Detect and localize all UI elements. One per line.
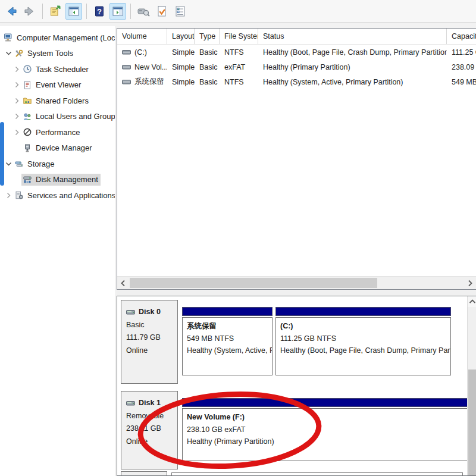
device-manager-icon	[23, 143, 33, 153]
column-header-file-system[interactable]: File System	[220, 29, 258, 44]
tree-item-task-scheduler[interactable]: Task Scheduler	[0, 61, 115, 77]
volume-list-body: (C:)SimpleBasicNTFSHealthy (Boot, Page F…	[117, 45, 476, 89]
partition-status: Healthy (Primary Partition)	[187, 436, 464, 448]
horizontal-scroll-thumb[interactable]	[130, 278, 377, 288]
chevron-right-icon[interactable]	[12, 82, 21, 88]
tree-item-disk-management[interactable]: Disk Management	[0, 172, 115, 188]
console-tree: Computer Management (Local)System ToolsT…	[0, 26, 115, 203]
horizontal-scrollbar[interactable]	[117, 276, 476, 289]
chevron-right-icon[interactable]	[12, 113, 21, 120]
tree-item-content[interactable]: Performance	[21, 126, 82, 138]
partition-new-volume-f[interactable]: New Volume (F:)238.10 GB exFATHealthy (P…	[182, 398, 468, 461]
scroll-left-button[interactable]	[117, 277, 129, 289]
partition-系统保留[interactable]: 系统保留549 MB NTFSHealthy (System, Active, …	[182, 307, 273, 375]
tree-item-computer-management-local[interactable]: Computer Management (Local)	[0, 30, 115, 46]
column-header-layout[interactable]: Layout	[167, 29, 195, 44]
tree-item-content[interactable]: Services and Applications	[13, 189, 115, 201]
tree-scroll-indicator	[0, 122, 4, 186]
column-header-status[interactable]: Status	[258, 29, 447, 44]
task-scheduler-icon	[23, 64, 33, 74]
tree-item-content[interactable]: Computer Management (Local)	[2, 32, 115, 43]
tree-item-content[interactable]: Disk Management	[21, 174, 101, 186]
disk-label-disk-1[interactable]: Disk 1Removable238.11 GBOnline	[121, 391, 178, 469]
tree-item-content[interactable]: Storage	[13, 158, 57, 170]
chevron-right-icon[interactable]	[12, 66, 21, 73]
scroll-right-button[interactable]	[464, 277, 476, 289]
volume-icon	[122, 48, 131, 57]
help-button[interactable]: ?	[91, 3, 108, 20]
help-icon: ?	[92, 4, 107, 18]
chevron-right-icon[interactable]	[12, 129, 21, 136]
drive-icon	[126, 308, 136, 317]
tree-item-local-users-and-groups[interactable]: Local Users and Groups	[0, 109, 115, 125]
partition-title: (C:)	[280, 320, 446, 333]
tree-item-content[interactable]: Local Users and Groups	[21, 111, 115, 123]
disk-name: Disk 0	[126, 306, 174, 319]
tree-item-content[interactable]: Task Scheduler	[21, 63, 91, 75]
partition-c[interactable]: (C:)111.25 GB NTFSHealthy (Boot, Page Fi…	[275, 307, 451, 375]
partition-color-bar	[182, 307, 273, 316]
check-document-button[interactable]	[154, 3, 170, 20]
partition-info[interactable]: New Volume (F:)238.10 GB exFATHealthy (P…	[182, 408, 468, 461]
partition-title: 系统保留	[187, 320, 268, 333]
tree-item-system-tools[interactable]: System Tools	[0, 46, 115, 62]
cell-capacity: 238.09 GB	[447, 63, 476, 71]
tree-item-label: Local Users and Groups	[36, 112, 115, 121]
cell-capacity: 111.25 GB	[447, 48, 476, 57]
tree-item-storage[interactable]: Storage	[0, 156, 115, 172]
volume-row-系统保留[interactable]: 系统保留SimpleBasicNTFSHealthy (System, Acti…	[117, 74, 476, 89]
disk-view-button[interactable]	[135, 3, 152, 20]
forward-arrow-button[interactable]	[21, 3, 38, 20]
cell-file_system: NTFS	[220, 78, 258, 86]
partition-info[interactable]: (C:)111.25 GB NTFSHealthy (Boot, Page Fi…	[275, 317, 451, 375]
chevron-right-icon[interactable]	[4, 192, 13, 199]
cell-layout: Simple	[167, 63, 195, 71]
volume-row-new-vol[interactable]: New Vol...SimpleBasicexFATHealthy (Prima…	[117, 60, 476, 74]
chevron-right-icon[interactable]	[12, 98, 21, 104]
disk-label-disk-0[interactable]: Disk 0Basic111.79 GBOnline	[121, 300, 178, 384]
column-header-type[interactable]: Type	[195, 29, 220, 44]
chevron-down-icon[interactable]	[4, 50, 13, 57]
partition-color-bar	[182, 398, 468, 407]
cell-layout: Simple	[167, 78, 195, 86]
partition-status: Healthy (System, Active, Primary Partiti…	[187, 345, 268, 357]
tree-item-content[interactable]: Event Viewer	[21, 79, 83, 91]
column-header-capacity[interactable]: Capacity	[447, 29, 476, 44]
back-arrow-button[interactable]	[3, 3, 20, 20]
tree-item-label: Device Manager	[36, 143, 92, 152]
pane-splitter[interactable]	[117, 290, 476, 296]
export-list-button[interactable]	[47, 3, 64, 20]
tree-item-content[interactable]: System Tools	[13, 48, 76, 60]
partition-info[interactable]: 系统保留549 MB NTFSHealthy (System, Active, …	[182, 317, 273, 375]
tree-item-device-manager[interactable]: Device Manager	[0, 140, 115, 156]
disk-management-icon	[23, 175, 33, 184]
volume-row-c[interactable]: (C:)SimpleBasicNTFSHealthy (Boot, Page F…	[117, 45, 476, 60]
tree-item-shared-folders[interactable]: Shared Folders	[0, 93, 115, 109]
show-console-tree-button[interactable]	[65, 3, 82, 20]
cell-volume: 系统保留	[117, 77, 167, 87]
show-console-tree-icon	[67, 4, 81, 18]
chevron-down-icon[interactable]	[4, 161, 13, 167]
column-header-volume[interactable]: Volume	[117, 29, 167, 44]
show-action-pane-button[interactable]	[109, 3, 126, 20]
tree-item-event-viewer[interactable]: Event Viewer	[0, 77, 115, 93]
properties-list-button[interactable]	[172, 3, 189, 20]
tree-item-label: Event Viewer	[36, 80, 81, 89]
console-tree-panel: Computer Management (Local)System ToolsT…	[0, 26, 115, 476]
chevron-up-icon	[469, 299, 476, 304]
tree-item-label: Disk Management	[36, 175, 98, 184]
vertical-scroll-thumb[interactable]	[468, 369, 476, 476]
vertical-scrollbar[interactable]	[467, 296, 476, 475]
scroll-up-button[interactable]	[468, 296, 476, 307]
disk-kind: Basic	[126, 319, 174, 332]
tree-item-content[interactable]: Shared Folders	[21, 95, 91, 107]
tree-item-label: Services and Applications	[27, 191, 115, 200]
cell-file_system: exFAT	[220, 63, 258, 71]
tree-item-content[interactable]: Device Manager	[21, 142, 95, 154]
services-icon	[14, 190, 24, 200]
tree-item-label: Storage	[27, 159, 55, 168]
tree-item-performance[interactable]: Performance	[0, 124, 115, 140]
storage-icon	[14, 159, 24, 168]
tree-item-label: Shared Folders	[36, 96, 89, 105]
tree-item-services-and-applications[interactable]: Services and Applications	[0, 187, 115, 203]
